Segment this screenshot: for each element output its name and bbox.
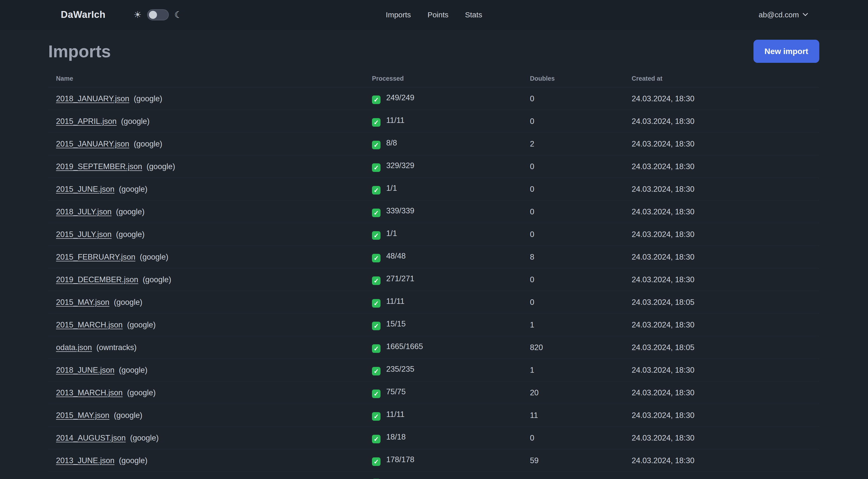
processed-count: 271/271 xyxy=(386,274,414,283)
doubles-cell: 0 xyxy=(522,223,624,246)
processed-count: 48/48 xyxy=(386,251,406,260)
import-file-link[interactable]: 2019_SEPTEMBER.json xyxy=(56,162,142,171)
processed-count: 15/15 xyxy=(386,320,406,328)
processed-cell: ✓ 1665/1665 xyxy=(364,336,522,359)
processed-cell: ✓ 8/8 xyxy=(364,133,522,155)
nav-link-stats[interactable]: Stats xyxy=(465,10,482,19)
import-file-link[interactable]: odata.json xyxy=(56,343,92,352)
doubles-cell: 59 xyxy=(522,449,624,472)
table-row: 2014_AUGUST.json (google) ✓ 18/18 0 24.0… xyxy=(48,427,819,449)
doubles-cell: 0 xyxy=(522,201,624,223)
name-cell: 2014_AUGUST.json (google) xyxy=(48,427,364,449)
import-file-link[interactable]: 2013_JUNE.json xyxy=(56,456,115,465)
header-doubles: Doubles xyxy=(522,69,624,87)
doubles-cell: 8 xyxy=(522,246,624,268)
theme-switcher: ☀ ☾ xyxy=(134,9,183,20)
created-cell: 24.03.2024, 18:30 xyxy=(624,133,819,155)
table-row: 2015_MARCH.json (google) ✓ 15/15 1 24.03… xyxy=(48,313,819,336)
import-source: (google) xyxy=(143,275,171,284)
created-cell: 24.03.2024, 18:30 xyxy=(624,427,819,449)
top-nav: DaWarIch ☀ ☾ Imports Points Stats ab@cd.… xyxy=(0,0,868,30)
processed-count: 18/18 xyxy=(386,432,406,441)
import-source: (google) xyxy=(114,411,143,420)
doubles-cell: 1 xyxy=(522,313,624,336)
check-icon: ✓ xyxy=(372,457,380,466)
import-file-link[interactable]: 2014_AUGUST.json xyxy=(56,433,126,442)
doubles-cell: 0 xyxy=(522,87,624,110)
nav-link-imports[interactable]: Imports xyxy=(386,10,411,19)
import-file-link[interactable]: 2015_JANUARY.json xyxy=(56,140,129,148)
name-cell: 2018_JANUARY.json (google) xyxy=(48,87,364,110)
created-cell xyxy=(624,472,819,479)
name-cell: 2015_MAY.json (google) xyxy=(48,291,364,313)
check-icon: ✓ xyxy=(372,322,380,330)
import-source: (google) xyxy=(134,94,162,103)
doubles-cell: 20 xyxy=(522,382,624,404)
theme-toggle[interactable] xyxy=(147,9,169,20)
name-cell xyxy=(48,472,364,479)
new-import-button[interactable]: New import xyxy=(753,40,819,63)
imports-page: Imports New import Name Processed Double… xyxy=(0,30,868,479)
check-icon: ✓ xyxy=(372,276,380,285)
import-source: (google) xyxy=(140,252,168,261)
processed-count: 235/235 xyxy=(386,365,414,373)
import-file-link[interactable]: 2018_JULY.json xyxy=(56,207,112,216)
app-logo[interactable]: DaWarIch xyxy=(61,9,105,20)
account-email: ab@cd.com xyxy=(758,10,799,19)
imports-table-header: Name Processed Doubles Created at xyxy=(48,69,819,87)
table-row: 2018_JUNE.json (google) ✓ 235/235 1 24.0… xyxy=(48,359,819,382)
import-file-link[interactable]: 2013_MARCH.json xyxy=(56,388,123,397)
check-icon: ✓ xyxy=(372,435,380,443)
table-row: 2015_JULY.json (google) ✓ 1/1 0 24.03.20… xyxy=(48,223,819,246)
import-file-link[interactable]: 2015_MAY.json xyxy=(56,298,110,307)
processed-cell: ✓ 1/1 xyxy=(364,178,522,201)
import-file-link[interactable]: 2015_FEBRUARY.json xyxy=(56,252,135,261)
processed-cell: ✓ 1/1 xyxy=(364,223,522,246)
import-file-link[interactable]: 2015_JUNE.json xyxy=(56,185,115,193)
table-row: 2013_JUNE.json (google) ✓ 178/178 59 24.… xyxy=(48,449,819,472)
account-menu[interactable]: ab@cd.com xyxy=(758,10,807,19)
import-file-link[interactable]: 2018_JUNE.json xyxy=(56,366,115,375)
name-cell: 2013_JUNE.json (google) xyxy=(48,449,364,472)
created-cell: 24.03.2024, 18:30 xyxy=(624,404,819,427)
processed-count: 329/329 xyxy=(386,161,414,170)
processed-count: 11/11 xyxy=(386,410,405,419)
processed-count: 11/11 xyxy=(386,116,405,125)
created-cell: 24.03.2024, 18:30 xyxy=(624,223,819,246)
table-row: 2018_JANUARY.json (google) ✓ 249/249 0 2… xyxy=(48,87,819,110)
header-name: Name xyxy=(48,69,364,87)
import-file-link[interactable]: 2015_JULY.json xyxy=(56,230,112,239)
processed-count: 1/1 xyxy=(386,184,397,192)
processed-cell: ✓ xyxy=(364,472,522,479)
check-icon: ✓ xyxy=(372,118,380,127)
moon-icon: ☾ xyxy=(174,10,182,19)
sun-icon: ☀ xyxy=(134,10,142,19)
import-file-link[interactable]: 2015_APRIL.json xyxy=(56,117,117,126)
import-file-link[interactable]: 2015_MAY.json xyxy=(56,411,110,420)
created-cell: 24.03.2024, 18:30 xyxy=(624,268,819,291)
processed-count: 178/178 xyxy=(386,455,414,464)
import-file-link[interactable]: 2018_JANUARY.json xyxy=(56,94,129,103)
import-source: (owntracks) xyxy=(96,343,136,352)
doubles-cell: 1 xyxy=(522,359,624,382)
table-row: 2015_MAY.json (google) ✓ 11/11 11 24.03.… xyxy=(48,404,819,427)
processed-cell: ✓ 48/48 xyxy=(364,246,522,268)
import-file-link[interactable]: 2019_DECEMBER.json xyxy=(56,275,138,284)
created-cell: 24.03.2024, 18:30 xyxy=(624,449,819,472)
processed-cell: ✓ 249/249 xyxy=(364,87,522,110)
import-source: (google) xyxy=(127,388,156,397)
doubles-cell: 0 xyxy=(522,155,624,178)
processed-count: 1665/1665 xyxy=(386,342,423,351)
processed-cell: ✓ 11/11 xyxy=(364,110,522,133)
table-row: 2015_FEBRUARY.json (google) ✓ 48/48 8 24… xyxy=(48,246,819,268)
check-icon: ✓ xyxy=(372,390,380,398)
check-icon: ✓ xyxy=(372,299,380,308)
doubles-cell: 11 xyxy=(522,404,624,427)
created-cell: 24.03.2024, 18:30 xyxy=(624,178,819,201)
import-source: (google) xyxy=(130,433,159,442)
imports-table-body: 2018_JANUARY.json (google) ✓ 249/249 0 2… xyxy=(48,87,819,472)
import-file-link[interactable]: 2015_MARCH.json xyxy=(56,321,123,329)
nav-link-points[interactable]: Points xyxy=(428,10,448,19)
name-cell: 2015_APRIL.json (google) xyxy=(48,110,364,133)
table-row: odata.json (owntracks) ✓ 1665/1665 820 2… xyxy=(48,336,819,359)
